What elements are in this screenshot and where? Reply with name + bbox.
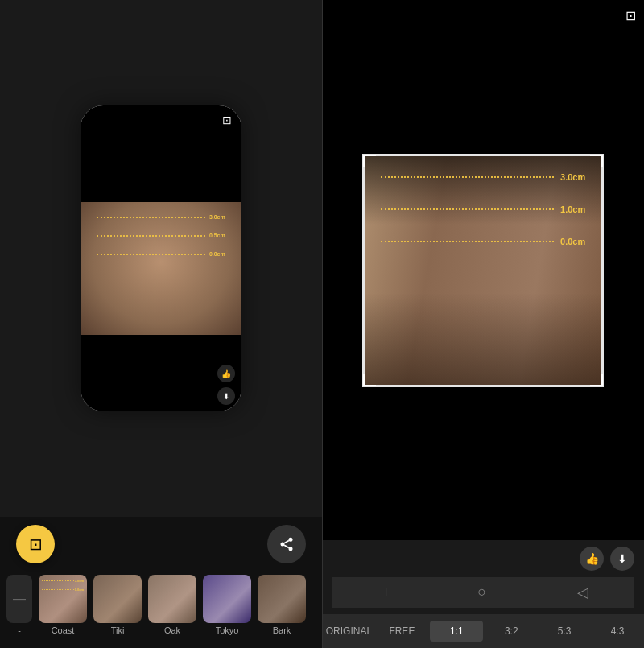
filter-strip: — - 3.0cm 0.0cm (0, 572, 322, 648)
right-bottom-bar: 👍 ⬇ □ ○ ◁ (323, 540, 645, 614)
measurements-overlay-right: 3.0cm 1.0cm 0.0cm (365, 172, 601, 246)
measurement-line-3: 0.0cm (97, 251, 225, 257)
ratio-free[interactable]: FREE (375, 621, 428, 642)
svg-point-2 (288, 547, 292, 551)
filter-bark-label: Bark (273, 625, 291, 635)
thumbs-up-btn-left[interactable]: 👍 (217, 365, 235, 382)
filter-dash-label: - (18, 625, 21, 635)
label-3cm: 3.0cm (209, 214, 225, 220)
filter-item-tiki[interactable]: Tiki (90, 572, 145, 648)
measurement-line-1: 3.0cm (97, 214, 225, 220)
thumbs-up-btn-right[interactable]: 👍 (580, 547, 604, 571)
right-label-1cm: 1.0cm (560, 204, 585, 214)
right-dotted-3 (381, 241, 554, 242)
dotted-line-1 (97, 217, 205, 218)
filter-tokyo-thumb (203, 575, 251, 623)
share-fab-button[interactable] (267, 525, 306, 563)
crop-fab-button[interactable]: ⊡ (16, 525, 55, 563)
measurement-line-2: 0.5cm (97, 233, 225, 238)
bottom-controls-left: ⊡ (0, 517, 322, 572)
phone-preview-container: ⊡ 3.0cm 0.5cm (0, 0, 322, 517)
filter-dash-thumb: — (6, 575, 32, 623)
right-nav-home[interactable]: ○ (477, 584, 486, 601)
ratio-3-2[interactable]: 3:2 (485, 621, 538, 642)
phone-bottom-left: 👍 ⬇ (80, 335, 242, 411)
phone-mockup-left: ⊡ 3.0cm 0.5cm (80, 105, 242, 411)
right-measure-row-1: 3.0cm (381, 172, 585, 182)
left-panel: ⊡ 3.0cm 0.5cm (0, 0, 322, 648)
ratio-4-3[interactable]: 4:3 (591, 621, 644, 642)
filter-item-coast[interactable]: 3.0cm 0.0cm Coast (35, 572, 90, 648)
dotted-line-3 (97, 254, 205, 255)
filter-bark-thumb (258, 575, 306, 623)
svg-point-0 (288, 538, 292, 542)
filter-coast-thumb: 3.0cm 0.0cm (39, 575, 87, 623)
label-0cm: 0.0cm (209, 251, 225, 257)
svg-line-4 (284, 540, 289, 543)
download-btn-left[interactable]: ⬇ (217, 387, 235, 405)
filter-tokyo-label: Tokyo (216, 625, 239, 635)
right-dotted-2 (381, 208, 554, 210)
right-panel: ⊡ 3 (323, 0, 645, 648)
crop-frame[interactable]: 3.0cm 1.0cm 0.0cm (362, 154, 604, 387)
ratio-original[interactable]: ORIGINAL (323, 621, 376, 642)
filter-item-bark[interactable]: Bark (254, 572, 309, 648)
measurements-overlay-left: 3.0cm 0.5cm 0.0cm (80, 210, 242, 261)
label-05cm: 0.5cm (209, 233, 225, 238)
crop-main-view: ⊡ 3 (323, 0, 645, 540)
filter-oak-thumb (148, 575, 196, 623)
right-label-3cm: 3.0cm (560, 172, 585, 182)
right-measure-row-3: 0.0cm (381, 237, 585, 246)
download-btn-right[interactable]: ⬇ (610, 547, 634, 571)
svg-point-1 (280, 543, 284, 547)
right-nav-square[interactable]: □ (378, 584, 386, 601)
filter-coast-label: Coast (52, 625, 75, 635)
right-dotted-1 (381, 176, 554, 178)
svg-line-3 (284, 545, 289, 547)
filter-tiki-thumb (93, 575, 142, 623)
ratio-1-1[interactable]: 1:1 (430, 621, 483, 642)
filter-item-oak[interactable]: Oak (145, 572, 200, 648)
right-nav-back[interactable]: ◁ (577, 584, 588, 601)
crop-image: 3.0cm 1.0cm 0.0cm (365, 156, 601, 385)
expand-icon-left[interactable]: ⊡ (219, 112, 235, 128)
right-nav: □ ○ ◁ (332, 577, 635, 608)
filter-oak-label: Oak (164, 625, 180, 635)
expand-icon-right[interactable]: ⊡ (625, 8, 636, 23)
right-measure-row-2: 1.0cm (381, 204, 585, 214)
dotted-line-2 (97, 235, 205, 237)
hair-image-left: 3.0cm 0.5cm 0.0cm (80, 202, 242, 335)
crop-ratio-strip: ORIGINAL FREE 1:1 3:2 5:3 4:3 (323, 614, 645, 648)
right-icons-row: 👍 ⬇ (332, 547, 635, 571)
phone-top-black (80, 105, 242, 202)
right-label-0cm: 0.0cm (560, 237, 585, 246)
filter-tiki-label: Tiki (111, 625, 125, 635)
filter-item-dash[interactable]: — - (3, 572, 35, 648)
main-area: ⊡ 3.0cm 0.5cm (0, 0, 644, 648)
filter-item-tokyo[interactable]: Tokyo (200, 572, 254, 648)
ratio-5-3[interactable]: 5:3 (538, 621, 591, 642)
